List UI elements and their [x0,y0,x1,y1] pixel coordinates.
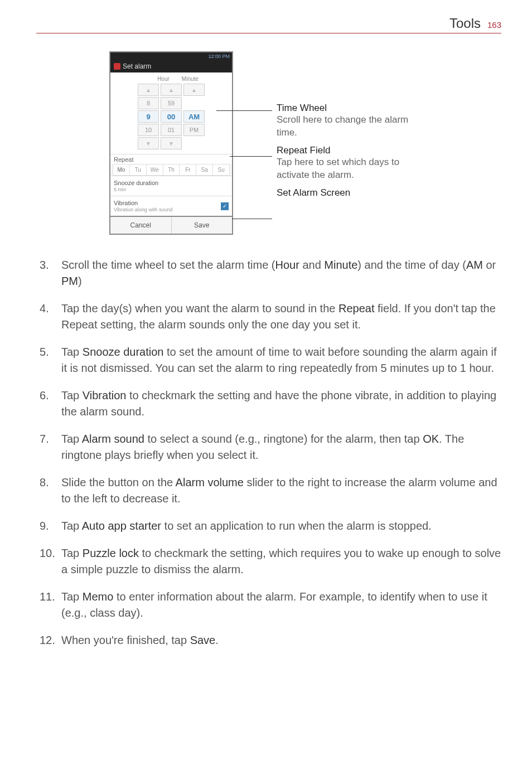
step-11: Tap Memo to enter information about the … [36,589,501,621]
minute-up-arrow[interactable]: ▲ [161,84,182,96]
page-header: Tools 163 [36,16,501,33]
alarm-icon [114,63,120,70]
day-fr[interactable]: Fr [180,164,196,175]
annot-timewheel-title: Time Wheel [277,103,428,114]
ampm-up-arrow[interactable]: ▲ [183,84,205,96]
button-row: Cancel Save [110,216,232,234]
hour-prev: 8 [138,97,159,109]
day-we[interactable]: We [147,164,163,175]
vibration-sub: Vibration along with sound [114,207,172,212]
ampm-value[interactable]: AM [183,110,205,123]
step-6: Tap Vibration to checkmark the setting a… [36,388,501,420]
annot-repeat-title: Repeat Field [277,145,428,156]
step-3: Scroll the time wheel to set the alarm t… [36,257,501,289]
header-page-number: 163 [487,20,501,30]
repeat-label: Repeat [110,154,232,164]
figure-area: 12:00 PM Set alarm Hour Minute ▲ ▲ ▲ 8 5… [36,51,501,235]
step-5: Tap Snooze duration to set the amount of… [36,344,501,376]
step-10: Tap Puzzle lock to checkmark the setting… [36,545,501,578]
annot-timewheel-desc: Scroll here to change the alarm time. [277,114,428,139]
day-sa[interactable]: Sa [196,164,213,175]
step-12: When you're finished, tap Save. [36,632,501,648]
day-th[interactable]: Th [163,164,180,175]
hour-label: Hour [157,76,170,82]
app-title-bar: Set alarm [110,60,232,72]
minute-label: Minute [182,76,199,82]
day-mo[interactable]: Mo [113,164,130,175]
day-tu[interactable]: Tu [130,164,147,175]
snooze-title: Snooze duration [114,180,158,186]
repeat-field[interactable]: Mo Tu We Th Fr Sa Su [113,164,230,176]
minute-next: 01 [161,124,182,136]
annot-repeat-desc: Tap here to set which days to activate t… [277,156,428,182]
app-title: Set alarm [123,62,151,70]
day-su[interactable]: Su [213,164,229,175]
save-button[interactable]: Save [172,217,233,234]
minute-value[interactable]: 00 [161,110,182,123]
vibration-checkbox[interactable]: ✓ [221,202,229,210]
status-bar: 12:00 PM [110,52,232,60]
instruction-list: Scroll the time wheel to set the alarm t… [36,257,501,648]
vibration-row[interactable]: Vibration Vibration along with sound ✓ [110,196,232,216]
phone-screenshot: 12:00 PM Set alarm Hour Minute ▲ ▲ ▲ 8 5… [109,51,233,235]
vibration-title: Vibration [114,200,172,206]
hour-value[interactable]: 9 [138,110,159,123]
hour-next: 10 [138,124,159,136]
step-7: Tap Alarm sound to select a sound (e.g.,… [36,431,501,463]
ampm-next: PM [183,124,205,136]
step-9: Tap Auto app starter to set an applicati… [36,518,501,534]
ampm-prev [183,97,205,109]
snooze-sub: 5 min [114,187,158,192]
hour-down-arrow[interactable]: ▼ [138,137,159,149]
time-wheel[interactable]: Hour Minute ▲ ▲ ▲ 8 59 9 00 AM [110,72,232,154]
cancel-button[interactable]: Cancel [110,217,172,234]
step-4: Tap the day(s) when you want the alarm t… [36,301,501,333]
header-title: Tools [449,16,481,31]
minute-down-arrow[interactable]: ▼ [161,137,182,149]
ampm-down-blank [183,137,205,149]
annot-setalarm-title: Set Alarm Screen [277,187,428,198]
annotations: Time Wheel Scroll here to change the ala… [272,51,428,204]
step-8: Slide the button on the Alarm volume sli… [36,475,501,507]
minute-prev: 59 [161,97,182,109]
hour-up-arrow[interactable]: ▲ [138,84,159,96]
snooze-duration-row[interactable]: Snooze duration 5 min [110,176,232,196]
